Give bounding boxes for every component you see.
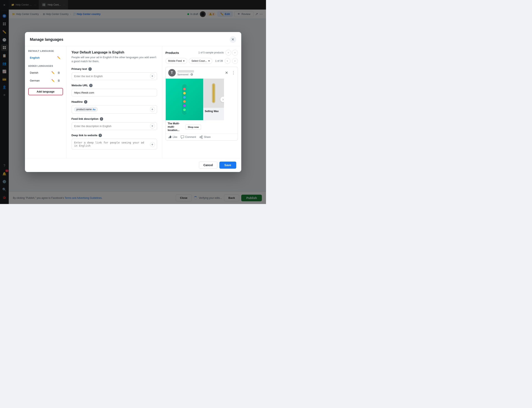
globe-icon [190,73,193,76]
ad-more-icon[interactable]: ⋮ [232,70,235,75]
added-lang-label: ADDED LANGUAGES [28,65,63,67]
preview-nav: ‹ › [225,50,238,56]
primary-text-info-icon: i [88,67,92,71]
modal-body: DEFAULT LANGUAGE English ✏️ ADDED LANGUA… [25,46,241,158]
preview-panel: Products 1 of 5 sample products ‹ › Mobi… [162,46,241,158]
modal-close-button[interactable]: ✕ [230,36,236,43]
add-language-button[interactable]: Add language [28,88,63,95]
edit-default-lang-button[interactable]: ✏️ [56,55,61,60]
default-language-item[interactable]: English ✏️ [28,54,63,61]
primary-text-field: Primary text i + [72,67,157,80]
ad-footer: Like Comment Share [166,134,238,140]
headline-plus-button[interactable]: + [150,107,155,112]
deep-link-plus-button[interactable]: + [150,142,155,147]
delete-danish-button[interactable]: 🗑 [56,70,61,75]
danish-lang-actions: ✏️ 🗑 [51,70,61,75]
svg-rect-25 [213,84,215,102]
form-subtitle: People will see your ad in English if th… [72,56,157,63]
deep-link-label: Deep link to website i [72,134,157,137]
pagination-next-button[interactable]: › [232,58,238,64]
pagination-count: 1 of 39 [215,60,223,62]
preview-prev-button[interactable]: ‹ [225,50,231,56]
language-item-german: German ✏️ 🗑 [28,77,63,84]
selling-wax-illustration [209,83,218,103]
app-container: ✕ M ✏️ 🕐 📋 👥 [0,0,266,204]
feed-description-input[interactable] [72,122,157,130]
preview-header: Products 1 of 5 sample products ‹ › [165,50,238,56]
deep-link-info-icon: i [99,134,102,137]
shop-now-button[interactable]: Shop now [186,125,201,129]
website-url-input[interactable] [72,89,157,96]
ad-sponsor-info: Sponsored · [177,70,223,76]
deep-link-field: Deep link to website i + [72,134,157,150]
ad-close-icon[interactable]: ✕ [225,70,228,75]
language-item-danish: Danish ✏️ 🗑 [28,69,63,76]
headline-input-wrapper: product.name Aa + [72,105,157,114]
edit-german-button[interactable]: ✏️ [51,78,56,83]
german-lang-name: German [30,79,40,82]
language-panel: DEFAULT LANGUAGE English ✏️ ADDED LANGUA… [25,46,67,158]
svg-point-18 [183,88,186,90]
country-select[interactable]: Select Coun... ▾ [189,58,212,64]
headline-tag: product.name Aa [74,107,98,112]
primary-text-input-wrapper: + [72,72,157,80]
primary-text-label: Primary text i [72,67,157,71]
deep-link-input-wrapper: + [72,139,157,150]
mobile-feed-label: Mobile Feed [168,60,182,62]
preview-next-button[interactable]: › [232,50,238,56]
modal-footer: Cancel Save [25,158,241,172]
modal-title: Manage languages [30,37,63,42]
feed-description-input-wrapper: + [72,122,157,130]
edit-danish-button[interactable]: ✏️ [51,70,56,75]
feed-description-field: Feed link description i + [72,117,157,130]
danish-lang-name: Danish [30,71,38,74]
country-chevron: ▾ [208,60,210,62]
comment-icon [181,135,184,139]
feed-description-label: Feed link description i [72,117,157,121]
selling-wax-info: Selling Wax [203,108,224,114]
ad-page-name [177,70,194,73]
headline-input[interactable]: product.name Aa [72,105,157,114]
save-button[interactable]: Save [219,162,236,169]
ad-product-name-1: The Multi-multi-location... [168,122,186,132]
snowboard-illustration [178,83,191,116]
country-label: Select Coun... [192,60,207,62]
preview-title: Products [165,51,179,54]
ad-product-card-2: Selling Wax › [203,79,224,120]
website-url-label: Website URL i [72,84,157,87]
primary-text-input[interactable] [72,72,157,80]
mobile-feed-select[interactable]: Mobile Feed ▾ [165,58,187,64]
pagination-prev-button[interactable]: ‹ [225,58,231,64]
svg-point-22 [183,104,186,107]
ad-product-card-1: The Multi-multi-location... Shop now [166,79,203,134]
svg-point-21 [183,100,186,103]
headline-field: Headline i product.name Aa + [72,100,157,114]
share-action[interactable]: Share [199,135,211,139]
mobile-feed-chevron: ▾ [183,60,184,62]
default-lang-label: DEFAULT LANGUAGE [28,50,63,52]
feed-description-plus-button[interactable]: + [150,124,155,128]
primary-text-plus-button[interactable]: + [150,74,155,79]
like-action[interactable]: Like [168,135,177,139]
ad-header: T Sponsored · ✕ ⋮ [166,67,238,79]
website-url-field: Website URL i [72,84,157,96]
feed-description-info-icon: i [100,117,103,121]
preview-header-right: 1 of 5 sample products ‹ › [198,50,238,56]
cancel-button[interactable]: Cancel [199,162,217,169]
aa-text: Aa [93,108,95,111]
headline-info-icon: i [84,100,87,103]
ad-sponsored-text: Sponsored · [177,73,223,76]
comment-action[interactable]: Comment [181,135,196,139]
ad-product-image-2 [203,79,224,108]
modal-overlay: Manage languages ✕ DEFAULT LANGUAGE Engl… [0,0,266,204]
svg-point-19 [183,92,186,94]
ad-avatar: T [168,69,176,76]
ad-product-info-1: The Multi-multi-location... Shop now [166,120,203,134]
like-icon [168,135,172,139]
german-lang-actions: ✏️ 🗑 [51,78,61,83]
delete-german-button[interactable]: 🗑 [56,78,61,83]
deep-link-input[interactable] [72,139,157,150]
default-lang-name: English [30,56,40,59]
modal: Manage languages ✕ DEFAULT LANGUAGE Engl… [25,32,241,172]
svg-point-20 [183,96,186,99]
